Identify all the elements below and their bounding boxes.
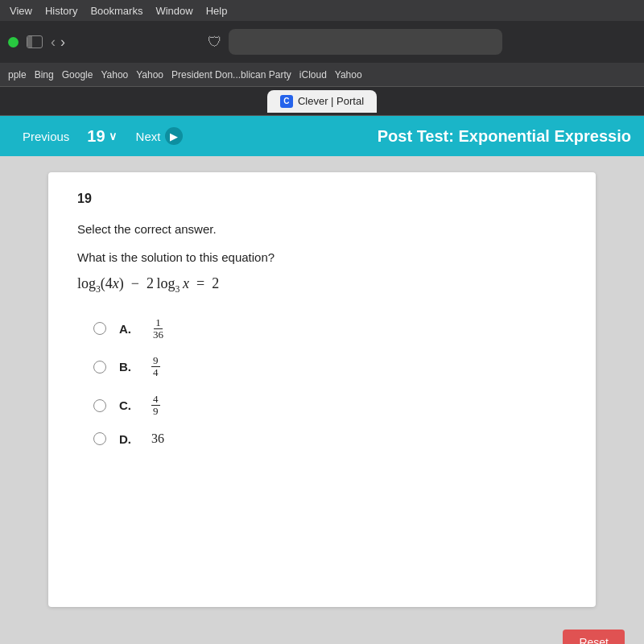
active-tab[interactable]: C Clever | Portal — [267, 90, 377, 113]
fraction-c-top: 4 — [151, 394, 160, 406]
reset-button[interactable]: Reset — [563, 630, 625, 644]
option-d-label: D. — [119, 432, 138, 446]
forward-arrow[interactable]: › — [60, 34, 65, 51]
fraction-a-bottom: 36 — [151, 329, 165, 341]
previous-button[interactable]: Previous — [13, 130, 79, 143]
radio-b[interactable] — [93, 361, 106, 374]
radio-c[interactable] — [93, 399, 106, 412]
question-number-selector[interactable]: 19 ∨ — [79, 127, 124, 146]
fraction-b-top: 9 — [151, 355, 160, 367]
content-area: 19 Select the correct answer. What is th… — [0, 156, 644, 623]
equation-display: log3(4x) − 2 log3 x = 2 — [77, 275, 567, 295]
equation-text: log3(4x) − 2 log3 x = 2 — [77, 275, 219, 295]
menu-bar: View History Bookmarks Window Help — [0, 0, 644, 21]
option-a[interactable]: A. 1 36 — [93, 317, 567, 341]
option-d-value: 36 — [151, 431, 164, 446]
question-card: 19 Select the correct answer. What is th… — [48, 172, 596, 607]
next-arrow-icon: ▶ — [165, 127, 183, 145]
fraction-b: 9 4 — [151, 355, 160, 379]
traffic-light-green[interactable] — [8, 37, 19, 47]
menu-help[interactable]: Help — [206, 5, 228, 17]
sidebar-toggle-right — [32, 36, 42, 47]
shield-icon: 🛡 — [208, 34, 222, 51]
question-text: What is the solution to this equation? — [77, 250, 567, 264]
answer-options: A. 1 36 B. 9 4 — [77, 317, 567, 447]
option-c-label: C. — [119, 398, 138, 412]
menu-view[interactable]: View — [10, 5, 32, 17]
option-a-value: 1 36 — [151, 317, 165, 341]
question-number-display: 19 — [87, 127, 105, 146]
bookmark-google[interactable]: Google — [62, 69, 93, 80]
tab-bar: C Clever | Portal — [0, 87, 644, 116]
address-bar-container: 🛡 — [73, 29, 636, 55]
fraction-a-top: 1 — [154, 317, 163, 329]
bookmark-yahoo2[interactable]: Yahoo — [136, 69, 163, 80]
tab-favicon: C — [280, 95, 293, 108]
radio-a[interactable] — [93, 322, 106, 335]
traffic-lights — [8, 37, 19, 47]
fraction-b-bottom: 4 — [151, 367, 160, 378]
next-label: Next — [136, 130, 161, 143]
menu-bookmarks[interactable]: Bookmarks — [90, 5, 142, 17]
bookmarks-bar: pple Bing Google Yahoo Yahoo President D… — [0, 63, 644, 87]
address-bar[interactable] — [229, 29, 502, 55]
fraction-c: 4 9 — [151, 394, 160, 418]
bookmark-pple[interactable]: pple — [8, 69, 27, 80]
test-title: Post Test: Exponential Expressio — [194, 127, 631, 146]
bookmark-president[interactable]: President Don...blican Party — [171, 69, 291, 80]
question-number: 19 — [77, 192, 567, 206]
option-b-label: B. — [119, 360, 138, 374]
bookmark-bing[interactable]: Bing — [35, 69, 54, 80]
option-b-value: 9 4 — [151, 355, 160, 379]
sidebar-toggle-button[interactable] — [27, 35, 43, 48]
instruction-text: Select the correct answer. — [77, 222, 567, 236]
reset-area: Reset — [0, 623, 644, 644]
option-c[interactable]: C. 4 9 — [93, 394, 567, 418]
bookmark-icloud[interactable]: iCloud — [299, 69, 327, 80]
tab-title: Clever | Portal — [298, 95, 364, 107]
back-arrow[interactable]: ‹ — [51, 34, 56, 51]
browser-chrome: ‹ › 🛡 — [0, 21, 644, 63]
option-c-value: 4 9 — [151, 394, 160, 418]
next-button[interactable]: Next ▶ — [125, 127, 195, 145]
bookmark-yahoo1[interactable]: Yahoo — [101, 69, 128, 80]
fraction-c-bottom: 9 — [151, 406, 160, 417]
radio-d[interactable] — [93, 432, 106, 445]
menu-history[interactable]: History — [45, 5, 77, 17]
test-navigation-bar: Previous 19 ∨ Next ▶ Post Test: Exponent… — [0, 116, 644, 156]
nav-arrows: ‹ › — [51, 34, 65, 51]
fraction-a: 1 36 — [151, 317, 165, 341]
chevron-down-icon: ∨ — [109, 130, 117, 142]
option-b[interactable]: B. 9 4 — [93, 355, 567, 379]
option-a-label: A. — [119, 322, 138, 336]
menu-window[interactable]: Window — [155, 5, 192, 17]
bookmark-yahoo3[interactable]: Yahoo — [335, 69, 362, 80]
option-d[interactable]: D. 36 — [93, 431, 567, 446]
